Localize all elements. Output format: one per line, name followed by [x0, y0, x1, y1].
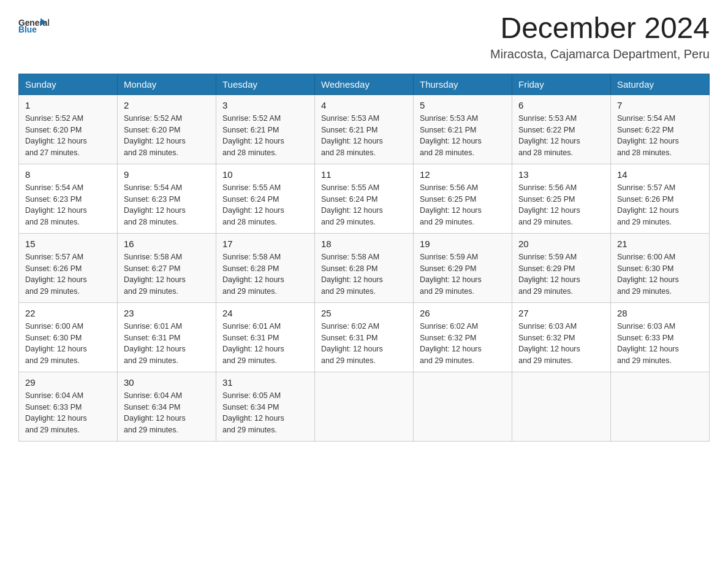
calendar-cell: 31 Sunrise: 6:05 AM Sunset: 6:34 PM Dayl…: [216, 372, 315, 441]
day-header-monday: Monday: [118, 74, 216, 94]
calendar-table: SundayMondayTuesdayWednesdayThursdayFrid…: [18, 74, 710, 442]
week-row-1: 1 Sunrise: 5:52 AM Sunset: 6:20 PM Dayli…: [19, 94, 710, 164]
calendar-cell: 2 Sunrise: 5:52 AM Sunset: 6:20 PM Dayli…: [118, 94, 216, 164]
day-number: 17: [222, 239, 308, 249]
day-number: 21: [617, 239, 703, 249]
calendar-cell: 23 Sunrise: 6:01 AM Sunset: 6:31 PM Dayl…: [118, 302, 216, 372]
calendar-cell: 19 Sunrise: 5:59 AM Sunset: 6:29 PM Dayl…: [414, 233, 512, 302]
calendar-cell: 28 Sunrise: 6:03 AM Sunset: 6:33 PM Dayl…: [611, 302, 710, 372]
calendar-cell: [414, 372, 512, 441]
day-info: Sunrise: 6:03 AM Sunset: 6:32 PM Dayligh…: [518, 321, 604, 367]
day-number: 11: [321, 169, 407, 180]
calendar-cell: 24 Sunrise: 6:01 AM Sunset: 6:31 PM Dayl…: [216, 302, 315, 372]
day-number: 31: [222, 377, 308, 388]
day-number: 4: [321, 100, 407, 110]
day-info: Sunrise: 6:04 AM Sunset: 6:34 PM Dayligh…: [124, 390, 210, 436]
calendar-cell: 22 Sunrise: 6:00 AM Sunset: 6:30 PM Dayl…: [19, 302, 118, 372]
title-section: December 2024 Miracosta, Cajamarca Depar…: [490, 12, 710, 61]
day-info: Sunrise: 6:02 AM Sunset: 6:31 PM Dayligh…: [321, 321, 407, 367]
day-info: Sunrise: 6:01 AM Sunset: 6:31 PM Dayligh…: [222, 321, 308, 367]
day-info: Sunrise: 5:53 AM Sunset: 6:21 PM Dayligh…: [321, 113, 407, 159]
calendar-cell: 20 Sunrise: 5:59 AM Sunset: 6:29 PM Dayl…: [512, 233, 611, 302]
day-info: Sunrise: 5:53 AM Sunset: 6:21 PM Dayligh…: [420, 113, 506, 159]
day-number: 24: [222, 308, 308, 318]
day-number: 25: [321, 308, 407, 318]
day-number: 12: [420, 169, 506, 180]
calendar-cell: 8 Sunrise: 5:54 AM Sunset: 6:23 PM Dayli…: [19, 164, 118, 233]
svg-text:Blue: Blue: [18, 25, 37, 34]
day-header-wednesday: Wednesday: [315, 74, 414, 94]
day-header-saturday: Saturday: [611, 74, 710, 94]
week-row-2: 8 Sunrise: 5:54 AM Sunset: 6:23 PM Dayli…: [19, 164, 710, 233]
day-number: 3: [222, 100, 308, 110]
day-info: Sunrise: 5:53 AM Sunset: 6:22 PM Dayligh…: [518, 113, 604, 159]
day-info: Sunrise: 5:52 AM Sunset: 6:20 PM Dayligh…: [124, 113, 210, 159]
logo-icon: General Blue: [18, 12, 49, 37]
day-number: 19: [420, 239, 506, 249]
day-number: 16: [124, 239, 210, 249]
day-info: Sunrise: 5:55 AM Sunset: 6:24 PM Dayligh…: [321, 182, 407, 228]
day-number: 13: [518, 169, 604, 180]
day-number: 15: [25, 239, 111, 249]
calendar-cell: 11 Sunrise: 5:55 AM Sunset: 6:24 PM Dayl…: [315, 164, 414, 233]
calendar-cell: [611, 372, 710, 441]
day-info: Sunrise: 6:03 AM Sunset: 6:33 PM Dayligh…: [617, 321, 703, 367]
day-info: Sunrise: 5:54 AM Sunset: 6:22 PM Dayligh…: [617, 113, 703, 159]
calendar-header-row: SundayMondayTuesdayWednesdayThursdayFrid…: [19, 74, 710, 94]
day-info: Sunrise: 5:56 AM Sunset: 6:25 PM Dayligh…: [420, 182, 506, 228]
calendar-cell: 6 Sunrise: 5:53 AM Sunset: 6:22 PM Dayli…: [512, 94, 611, 164]
day-number: 2: [124, 100, 210, 110]
day-header-tuesday: Tuesday: [216, 74, 315, 94]
day-info: Sunrise: 5:52 AM Sunset: 6:21 PM Dayligh…: [222, 113, 308, 159]
logo: General Blue: [18, 12, 49, 37]
day-header-sunday: Sunday: [19, 74, 118, 94]
calendar-cell: 18 Sunrise: 5:58 AM Sunset: 6:28 PM Dayl…: [315, 233, 414, 302]
day-number: 18: [321, 239, 407, 249]
calendar-cell: 1 Sunrise: 5:52 AM Sunset: 6:20 PM Dayli…: [19, 94, 118, 164]
calendar-cell: 26 Sunrise: 6:02 AM Sunset: 6:32 PM Dayl…: [414, 302, 512, 372]
day-info: Sunrise: 5:55 AM Sunset: 6:24 PM Dayligh…: [222, 182, 308, 228]
calendar-cell: 25 Sunrise: 6:02 AM Sunset: 6:31 PM Dayl…: [315, 302, 414, 372]
day-info: Sunrise: 5:57 AM Sunset: 6:26 PM Dayligh…: [617, 182, 703, 228]
day-info: Sunrise: 6:04 AM Sunset: 6:33 PM Dayligh…: [25, 390, 111, 436]
calendar-cell: 4 Sunrise: 5:53 AM Sunset: 6:21 PM Dayli…: [315, 94, 414, 164]
day-info: Sunrise: 5:59 AM Sunset: 6:29 PM Dayligh…: [420, 251, 506, 297]
day-info: Sunrise: 6:00 AM Sunset: 6:30 PM Dayligh…: [25, 321, 111, 367]
day-number: 26: [420, 308, 506, 318]
calendar-cell: [315, 372, 414, 441]
day-number: 27: [518, 308, 604, 318]
calendar-cell: 3 Sunrise: 5:52 AM Sunset: 6:21 PM Dayli…: [216, 94, 315, 164]
day-number: 7: [617, 100, 703, 110]
calendar-cell: 12 Sunrise: 5:56 AM Sunset: 6:25 PM Dayl…: [414, 164, 512, 233]
calendar-cell: 29 Sunrise: 6:04 AM Sunset: 6:33 PM Dayl…: [19, 372, 118, 441]
day-number: 23: [124, 308, 210, 318]
calendar-cell: 10 Sunrise: 5:55 AM Sunset: 6:24 PM Dayl…: [216, 164, 315, 233]
day-info: Sunrise: 5:58 AM Sunset: 6:27 PM Dayligh…: [124, 251, 210, 297]
calendar-cell: 17 Sunrise: 5:58 AM Sunset: 6:28 PM Dayl…: [216, 233, 315, 302]
week-row-4: 22 Sunrise: 6:00 AM Sunset: 6:30 PM Dayl…: [19, 302, 710, 372]
day-number: 14: [617, 169, 703, 180]
calendar-cell: 13 Sunrise: 5:56 AM Sunset: 6:25 PM Dayl…: [512, 164, 611, 233]
day-number: 22: [25, 308, 111, 318]
calendar-cell: 9 Sunrise: 5:54 AM Sunset: 6:23 PM Dayli…: [118, 164, 216, 233]
day-header-thursday: Thursday: [414, 74, 512, 94]
day-number: 20: [518, 239, 604, 249]
day-number: 30: [124, 377, 210, 388]
week-row-3: 15 Sunrise: 5:57 AM Sunset: 6:26 PM Dayl…: [19, 233, 710, 302]
calendar-cell: 15 Sunrise: 5:57 AM Sunset: 6:26 PM Dayl…: [19, 233, 118, 302]
day-number: 1: [25, 100, 111, 110]
calendar-cell: 7 Sunrise: 5:54 AM Sunset: 6:22 PM Dayli…: [611, 94, 710, 164]
day-number: 9: [124, 169, 210, 180]
day-info: Sunrise: 6:02 AM Sunset: 6:32 PM Dayligh…: [420, 321, 506, 367]
day-number: 28: [617, 308, 703, 318]
day-info: Sunrise: 5:58 AM Sunset: 6:28 PM Dayligh…: [222, 251, 308, 297]
calendar-cell: 5 Sunrise: 5:53 AM Sunset: 6:21 PM Dayli…: [414, 94, 512, 164]
calendar-cell: 27 Sunrise: 6:03 AM Sunset: 6:32 PM Dayl…: [512, 302, 611, 372]
day-number: 6: [518, 100, 604, 110]
page-header: General Blue December 2024 Miracosta, Ca…: [18, 12, 710, 61]
week-row-5: 29 Sunrise: 6:04 AM Sunset: 6:33 PM Dayl…: [19, 372, 710, 441]
location-title: Miracosta, Cajamarca Department, Peru: [490, 47, 710, 61]
day-number: 8: [25, 169, 111, 180]
day-info: Sunrise: 5:56 AM Sunset: 6:25 PM Dayligh…: [518, 182, 604, 228]
day-info: Sunrise: 5:52 AM Sunset: 6:20 PM Dayligh…: [25, 113, 111, 159]
